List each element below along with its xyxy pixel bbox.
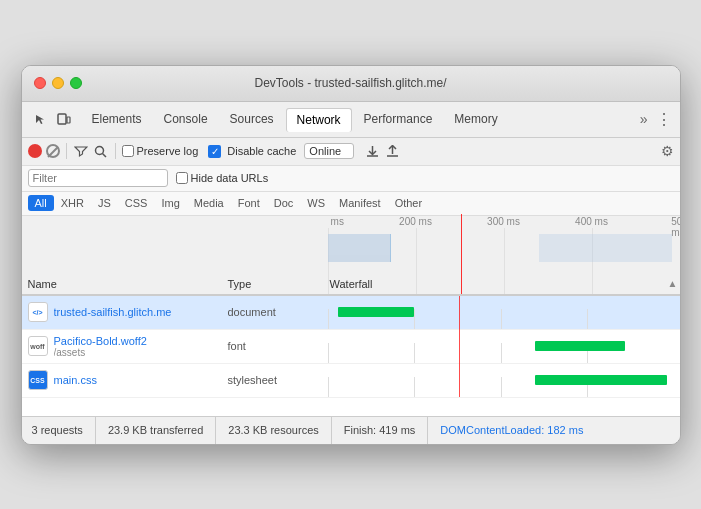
waterfall-header: 100 ms 200 ms 300 ms 400 ms 500 ms Water… bbox=[328, 214, 680, 294]
record-btn[interactable] bbox=[28, 144, 42, 158]
resources-segment: 23.3 KB resources bbox=[228, 417, 332, 444]
wf-dom-line-2 bbox=[459, 329, 460, 363]
resources-text: 23.3 KB resources bbox=[228, 424, 319, 436]
finish-segment: Finish: 419 ms bbox=[344, 417, 429, 444]
row-name: Pacifico-Bold.woff2 bbox=[54, 335, 228, 347]
dom-content-loaded-text[interactable]: DOMContentLoaded: 182 ms bbox=[440, 424, 583, 436]
export-btn[interactable] bbox=[384, 143, 400, 159]
close-button[interactable] bbox=[34, 77, 46, 89]
window-title: DevTools - trusted-sailfish.glitch.me/ bbox=[254, 76, 446, 90]
sort-arrow: ▲ bbox=[668, 278, 678, 290]
name-type-headers: Name Type bbox=[22, 278, 328, 294]
requests-segment: 3 requests bbox=[32, 417, 96, 444]
rt-xhr[interactable]: XHR bbox=[54, 195, 91, 211]
overview-bar-1 bbox=[328, 234, 391, 262]
transferred-segment: 23.9 KB transferred bbox=[108, 417, 216, 444]
devtools-menu-btn[interactable]: ⋮ bbox=[656, 110, 672, 129]
svg-rect-1 bbox=[67, 117, 70, 123]
font-icon: woff bbox=[28, 336, 48, 356]
hide-data-urls-text: Hide data URLs bbox=[191, 172, 269, 184]
network-toolbar: Preserve log ✓ Disable cache Online ⚙ bbox=[22, 138, 680, 166]
wf-grid-1 bbox=[328, 309, 329, 329]
row-name-col: trusted-sailfish.glitch.me bbox=[54, 306, 228, 318]
filter-btn[interactable] bbox=[73, 143, 89, 159]
table-row[interactable]: </> trusted-sailfish.glitch.me document bbox=[22, 296, 680, 330]
preserve-log-checkbox[interactable] bbox=[122, 145, 134, 157]
wf-grid-2 bbox=[414, 309, 415, 329]
row-name: main.css bbox=[54, 374, 228, 386]
import-btn[interactable] bbox=[364, 143, 380, 159]
rt-css[interactable]: CSS bbox=[118, 195, 155, 211]
hide-data-urls-label[interactable]: Hide data URLs bbox=[176, 172, 269, 184]
table-body: </> trusted-sailfish.glitch.me document bbox=[22, 296, 680, 416]
devtools-window: DevTools - trusted-sailfish.glitch.me/ E… bbox=[21, 65, 681, 445]
filter-input[interactable] bbox=[28, 169, 168, 187]
row-name-col: Pacifico-Bold.woff2 /assets bbox=[54, 335, 228, 358]
row-waterfall bbox=[328, 329, 674, 363]
row-type: document bbox=[228, 306, 328, 318]
rt-js[interactable]: JS bbox=[91, 195, 118, 211]
transferred-text: 23.9 KB transferred bbox=[108, 424, 203, 436]
traffic-lights bbox=[34, 77, 82, 89]
tab-sources[interactable]: Sources bbox=[220, 108, 284, 130]
disable-cache-checkbox-checked[interactable]: ✓ bbox=[208, 145, 221, 158]
rt-manifest[interactable]: Manifest bbox=[332, 195, 388, 211]
resource-type-bar: All XHR JS CSS Img Media Font Doc WS Man… bbox=[22, 192, 680, 216]
rt-img[interactable]: Img bbox=[154, 195, 186, 211]
throttle-select[interactable]: Online bbox=[304, 143, 354, 159]
separator-1 bbox=[66, 143, 67, 159]
tick-300ms: 300 ms bbox=[487, 216, 520, 227]
svg-point-2 bbox=[96, 146, 104, 154]
tab-console[interactable]: Console bbox=[154, 108, 218, 130]
tab-network[interactable]: Network bbox=[286, 108, 352, 132]
table-row[interactable]: woff Pacifico-Bold.woff2 /assets font bbox=[22, 330, 680, 364]
col-name-header: Name bbox=[28, 278, 228, 290]
cursor-tool-btn[interactable] bbox=[30, 109, 50, 129]
settings-btn[interactable]: ⚙ bbox=[661, 143, 674, 159]
svg-line-3 bbox=[103, 153, 107, 157]
search-btn[interactable] bbox=[93, 143, 109, 159]
col-type-header: Type bbox=[228, 278, 328, 290]
preserve-log-label: Preserve log bbox=[137, 145, 199, 157]
svg-rect-0 bbox=[58, 114, 66, 124]
rt-all[interactable]: All bbox=[28, 195, 54, 211]
html-icon: </> bbox=[28, 302, 48, 322]
status-bar: 3 requests 23.9 KB transferred 23.3 KB r… bbox=[22, 416, 680, 444]
tab-performance[interactable]: Performance bbox=[354, 108, 443, 130]
wf-dom-line-3 bbox=[459, 363, 460, 397]
tick-100ms: 100 ms bbox=[328, 216, 344, 227]
wf-dom-line-1 bbox=[459, 296, 460, 330]
wf-bar-1 bbox=[338, 307, 414, 317]
tick-400ms: 400 ms bbox=[575, 216, 608, 227]
overview-bar-2 bbox=[539, 234, 673, 262]
more-tabs-btn[interactable]: » bbox=[640, 111, 648, 127]
filter-bar: Hide data URLs bbox=[22, 166, 680, 192]
disable-cache-label: Disable cache bbox=[227, 145, 296, 157]
device-toggle-btn[interactable] bbox=[54, 109, 74, 129]
rt-font[interactable]: Font bbox=[231, 195, 267, 211]
clear-btn[interactable] bbox=[46, 144, 60, 158]
preserve-log-checkbox-label[interactable]: Preserve log bbox=[122, 145, 199, 157]
throttle-group: Online bbox=[304, 143, 354, 159]
toolbar: Elements Console Sources Network Perform… bbox=[22, 102, 680, 138]
hide-data-urls-checkbox[interactable] bbox=[176, 172, 188, 184]
minimize-button[interactable] bbox=[52, 77, 64, 89]
wf-bar-2 bbox=[535, 341, 625, 351]
tab-elements[interactable]: Elements bbox=[82, 108, 152, 130]
finish-text: Finish: 419 ms bbox=[344, 424, 416, 436]
table-row[interactable]: CSS main.css stylesheet bbox=[22, 364, 680, 398]
rt-media[interactable]: Media bbox=[187, 195, 231, 211]
row-name: trusted-sailfish.glitch.me bbox=[54, 306, 228, 318]
dom-segment: DOMContentLoaded: 182 ms bbox=[440, 417, 595, 444]
table-header-area: Name Type 100 ms 200 ms 300 ms 400 ms 50… bbox=[22, 216, 680, 296]
disable-cache-checkbox-label[interactable]: ✓ Disable cache bbox=[208, 145, 296, 158]
rt-ws[interactable]: WS bbox=[300, 195, 332, 211]
wf-grid-4 bbox=[587, 309, 588, 329]
rt-other[interactable]: Other bbox=[388, 195, 430, 211]
import-export-group bbox=[364, 143, 400, 159]
tab-memory[interactable]: Memory bbox=[444, 108, 507, 130]
rt-doc[interactable]: Doc bbox=[267, 195, 301, 211]
waterfall-col-header: Waterfall ▲ bbox=[330, 278, 678, 290]
row-subname: /assets bbox=[54, 347, 228, 358]
maximize-button[interactable] bbox=[70, 77, 82, 89]
